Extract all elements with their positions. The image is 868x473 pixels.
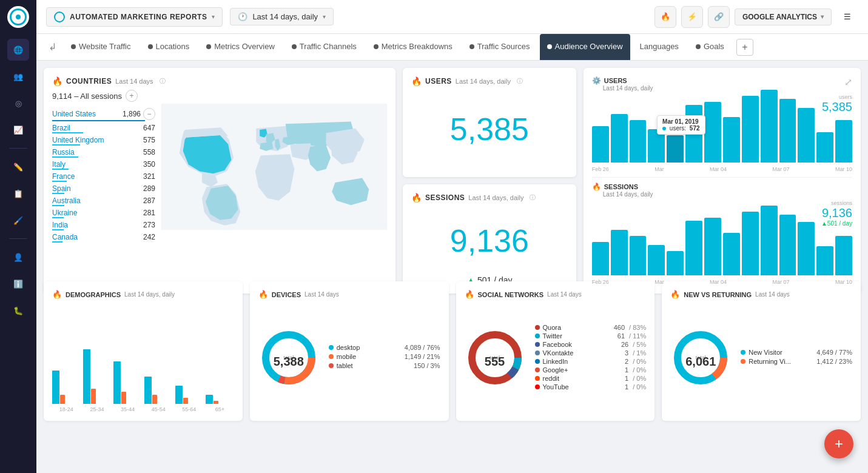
devices-legend-mobile: mobile 1,149 / 21% xyxy=(329,353,440,360)
sidebar-icon-chart[interactable]: ◎ xyxy=(7,92,29,114)
social-pct-0: / 83% xyxy=(629,324,646,331)
countries-content: 9,114 – All sessions + United States 1,8… xyxy=(52,90,387,244)
gear-icon-users-chart: ⚙️ xyxy=(592,76,601,85)
date-range-label: Last 14 days, daily xyxy=(252,12,318,21)
menu-button[interactable]: ☰ xyxy=(836,6,858,28)
users-bars xyxy=(592,115,852,164)
ga-selector[interactable]: GOOGLE ANALYTICS ▾ xyxy=(735,8,832,25)
countries-subtitle: Last 14 days xyxy=(115,78,153,85)
sidebar: 🌐 👥 ◎ 📈 ✏️ 📋 🖌️ 👤 ℹ️ 🐛 xyxy=(0,0,36,473)
demo-bar-group-1 xyxy=(83,349,112,404)
tab-goals[interactable]: Goals xyxy=(688,34,732,61)
countries-info-icon[interactable]: ⓘ xyxy=(160,77,166,86)
sessions-metric-header: 🔥 SESSIONS Last 14 days, daily ⓘ xyxy=(411,193,568,203)
devices-legend-desktop: desktop 4,089 / 76% xyxy=(329,344,440,351)
sessions-metric-info[interactable]: ⓘ xyxy=(530,193,536,202)
tab-traffic-channels[interactable]: Traffic Channels xyxy=(284,34,364,61)
tab-traffic-sources[interactable]: Traffic Sources xyxy=(462,34,537,61)
desktop-dot xyxy=(329,345,334,350)
country-name-in[interactable]: India xyxy=(52,221,68,229)
add-tab-button[interactable]: + xyxy=(736,39,753,56)
country-name-it[interactable]: Italy xyxy=(52,160,66,169)
expand-icon-users[interactable]: ⤢ xyxy=(844,77,852,87)
collapse-button-us[interactable]: − xyxy=(143,108,155,120)
user-bar-9 xyxy=(761,90,778,163)
sidebar-icon-edit[interactable]: ✏️ xyxy=(7,156,29,178)
date-selector[interactable]: 🕐 Last 14 days, daily ▾ xyxy=(230,8,334,25)
social-item-5: Google+1/ 0% xyxy=(535,366,647,374)
sidebar-icon-clip[interactable]: 📋 xyxy=(7,183,29,204)
bug-button[interactable]: ⚡ xyxy=(681,6,703,28)
fab-button[interactable]: + xyxy=(824,429,853,458)
sidebar-icon-users[interactable]: 👥 xyxy=(7,65,29,87)
returning-title: NEW VS RETURNING xyxy=(684,291,752,298)
social-pct-3: / 1% xyxy=(633,349,646,357)
expand-button[interactable]: + xyxy=(126,90,138,102)
country-name-ca[interactable]: Canada xyxy=(52,233,78,241)
sidebar-icon-info[interactable]: ℹ️ xyxy=(7,273,29,295)
sidebar-icon-globe[interactable]: 🌐 xyxy=(7,39,29,61)
sidebar-icon-line[interactable]: 📈 xyxy=(7,119,29,141)
tab-label: Traffic Channels xyxy=(300,42,357,51)
social-name-4: LinkedIn xyxy=(543,358,622,365)
tab-locations[interactable]: Locations xyxy=(141,34,197,61)
session-bar-10 xyxy=(779,215,796,275)
countries-total-label: 9,114 – All sessions xyxy=(52,92,122,101)
tab-audience-overview[interactable]: Audience Overview xyxy=(540,34,630,61)
users-chart-header: ⚙️ USERS Last 14 days, daily ⤢ xyxy=(592,76,852,92)
country-name-ua[interactable]: Ukraine xyxy=(52,209,77,217)
demo-x-label-1: 25-34 xyxy=(83,406,112,412)
tab-languages[interactable]: Languages xyxy=(633,34,686,61)
country-value-us: 1,896 xyxy=(123,110,141,118)
tooltip-dot xyxy=(662,127,666,130)
tab-website-traffic[interactable]: Website Traffic xyxy=(64,34,138,61)
sidebar-icon-brush[interactable]: 🖌️ xyxy=(7,209,29,231)
demo-bar-group-2 xyxy=(113,361,142,404)
flame-button[interactable]: 🔥 xyxy=(654,6,676,28)
new-visitor-val: 4,649 / 77% xyxy=(816,349,852,356)
devices-total-value: 5,388 xyxy=(274,355,304,369)
desktop-label: desktop xyxy=(337,344,402,351)
sidebar-icon-person[interactable]: 👤 xyxy=(7,246,29,268)
tab-metrics-overview[interactable]: Metrics Overview xyxy=(199,34,282,61)
country-name-ru[interactable]: Russia xyxy=(52,148,75,156)
user-bar-0 xyxy=(592,126,609,163)
country-name-us[interactable]: United States xyxy=(52,110,96,118)
users-metric-info[interactable]: ⓘ xyxy=(517,77,523,86)
tab-dot xyxy=(469,44,474,49)
users-sessions-stack: 🔥 USERS Last 14 days, daily ⓘ 5,385 🔥 SE… xyxy=(403,68,576,294)
country-bar-us xyxy=(52,120,145,121)
country-name-au[interactable]: Australia xyxy=(52,196,81,205)
country-name-fr[interactable]: France xyxy=(52,172,75,181)
tab-label: Goals xyxy=(704,42,724,51)
brand-selector[interactable]: AUTOMATED MARKETING REPORTS ▾ xyxy=(46,7,223,27)
country-name-br[interactable]: Brazil xyxy=(52,124,70,132)
country-bar-ua xyxy=(52,217,64,218)
sidebar-icon-bug[interactable]: 🐛 xyxy=(7,300,29,321)
nav-back-button[interactable]: ↲ xyxy=(44,41,61,53)
returning-header: 🔥 NEW VS RETURNING Last 14 days xyxy=(670,290,852,299)
sessions-chart-value-label: sessions xyxy=(821,200,852,206)
app-logo[interactable] xyxy=(7,6,29,28)
country-name-es[interactable]: Spain xyxy=(52,184,71,193)
social-dot-6 xyxy=(535,376,540,381)
users-metric-subtitle: Last 14 days, daily xyxy=(456,78,511,85)
country-name-uk[interactable]: United Kingdom xyxy=(52,136,104,144)
fire-icon-sessions-chart: 🔥 xyxy=(592,183,601,191)
label-mar: Mar xyxy=(654,166,664,172)
sessions-chart: 🔥 SESSIONS Last 14 days, daily sessions … xyxy=(592,178,852,285)
tab-metrics-breakdowns[interactable]: Metrics Breakdowns xyxy=(366,34,460,61)
social-name-6: reddit xyxy=(543,375,622,382)
session-bar-4 xyxy=(667,251,684,275)
fire-icon-sessions: 🔥 xyxy=(411,193,422,203)
social-header: 🔥 SOCIAL NETWORKS Last 14 days xyxy=(465,290,647,299)
desktop-val: 4,089 / 76% xyxy=(405,344,440,351)
users-chart-tooltip: Mar 01, 2019 users: 572 xyxy=(657,115,705,135)
users-metric-value: 5,385 xyxy=(411,90,568,169)
tooltip-date: Mar 01, 2019 xyxy=(662,118,699,125)
users-chart-controls: ⤢ xyxy=(844,76,852,88)
demo-bar-orange-5 xyxy=(214,401,218,404)
share-button[interactable]: 🔗 xyxy=(708,6,730,28)
country-bar-ru xyxy=(52,156,78,158)
sessions-chart-title-group: 🔥 SESSIONS Last 14 days, daily xyxy=(592,183,653,198)
